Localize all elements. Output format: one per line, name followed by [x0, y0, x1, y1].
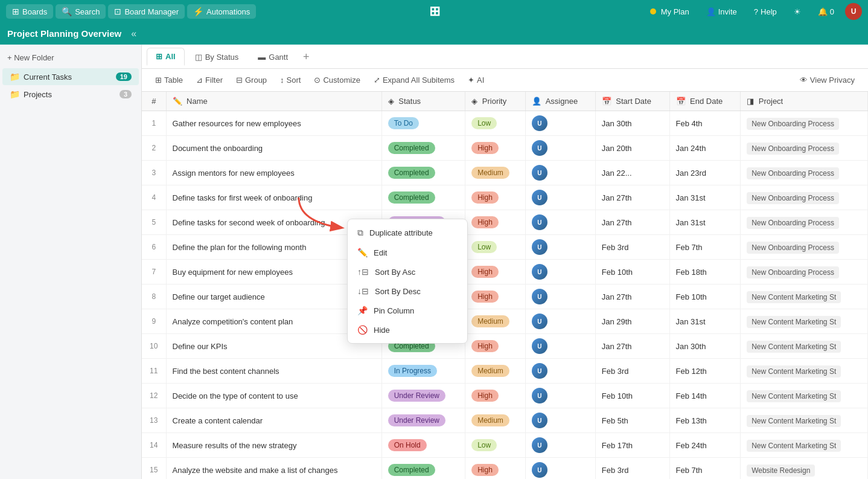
col-start-date[interactable]: 📅 Start Date	[595, 92, 669, 111]
priority-badge: Medium	[471, 315, 509, 327]
table-row[interactable]: 6 Define the plan for the following mont…	[142, 235, 868, 260]
table-row[interactable]: 2 Document the onboarding Completed High…	[142, 136, 868, 161]
cell-num: 2	[142, 136, 166, 161]
invite-label: Invite	[718, 7, 737, 16]
ai-icon: ✦	[468, 76, 474, 85]
table-row[interactable]: 1 Gather resources for new employees To …	[142, 111, 868, 136]
col-status[interactable]: ◈ Status	[381, 92, 465, 111]
project-tag: New Onboarding Process	[747, 266, 839, 278]
cell-end-date: Jan 31st	[669, 309, 741, 334]
context-sort-asc[interactable]: ↑⊟ Sort By Asc	[348, 262, 467, 281]
cell-start-date: Jan 27th	[595, 285, 669, 309]
cell-project: New Content Marketing St	[741, 309, 868, 334]
right-nav: My Plan 👤 Invite ? Help ☀ 🔔 0 U	[644, 3, 862, 20]
help-button[interactable]: ? Help	[748, 5, 783, 19]
cell-assignee: U	[525, 359, 595, 384]
boards-button[interactable]: ⊞ Boards	[6, 4, 53, 19]
table-row[interactable]: 10 Define our KPIs Completed High U Jan …	[142, 334, 868, 359]
assignee-avatar: U	[532, 115, 547, 131]
cell-project: New Onboarding Process	[741, 136, 868, 161]
board-manager-button[interactable]: ⊡ Board Manager	[108, 4, 185, 19]
group-button[interactable]: ⊟ Group	[230, 72, 273, 88]
col-priority[interactable]: ◈ Priority	[465, 92, 526, 111]
expand-all-button[interactable]: ⤢ Expand All Subitems	[368, 72, 461, 88]
project-tag: New Content Marketing St	[747, 440, 841, 452]
status-badge: Completed	[388, 191, 435, 204]
notifications-button[interactable]: 🔔 0	[812, 5, 840, 19]
table-row[interactable]: 7 Buy equipment for new employees On Hol…	[142, 260, 868, 285]
status-badge: Completed	[388, 464, 435, 476]
cell-start-date: Feb 3rd	[595, 458, 669, 480]
settings-button[interactable]: ☀	[788, 5, 807, 19]
col-project[interactable]: ◨ Project	[741, 92, 868, 111]
cell-name: Measure results of the new strategy	[166, 433, 381, 458]
user-avatar[interactable]: U	[845, 3, 862, 20]
toolbar: ⊞ Table ⊿ Filter ⊟ Group ↕ Sort ⊙ Custom…	[142, 69, 868, 92]
sidebar-item-current-tasks[interactable]: 📁 Current Tasks 19	[2, 68, 139, 85]
assignee-avatar: U	[532, 289, 547, 304]
automations-button[interactable]: ⚡ Automations	[187, 4, 256, 19]
project-tag: New Onboarding Process	[747, 192, 839, 204]
cell-end-date: Jan 24th	[669, 136, 741, 161]
table-row[interactable]: 13 Create a content calendar Under Revie…	[142, 408, 868, 433]
tab-by-status[interactable]: ◫ By Status	[186, 48, 248, 65]
cell-assignee: U	[525, 384, 595, 408]
table-row[interactable]: 5 Define tasks for second week of onboar…	[142, 210, 868, 235]
cell-start-date: Feb 3rd	[595, 235, 669, 260]
cell-project: Website Redesign	[741, 458, 868, 480]
help-icon: ?	[754, 7, 758, 16]
table-row[interactable]: 12 Decide on the type of content to use …	[142, 384, 868, 408]
view-privacy-button[interactable]: 👁 View Privacy	[794, 72, 861, 88]
collapse-button[interactable]: «	[127, 27, 140, 41]
customize-label: Customize	[323, 76, 360, 85]
cell-num: 9	[142, 309, 166, 334]
my-plan-button[interactable]: My Plan	[644, 5, 695, 19]
col-assignee[interactable]: 👤 Assignee	[525, 92, 595, 111]
name-col-icon: ✏️	[173, 97, 182, 106]
help-label: Help	[761, 7, 777, 16]
ai-button[interactable]: ✦ AI	[462, 72, 490, 88]
customize-button[interactable]: ⊙ Customize	[308, 72, 366, 88]
search-icon: 🔍	[62, 7, 72, 16]
context-edit[interactable]: ✏️ Edit	[348, 243, 467, 262]
cell-assignee: U	[525, 260, 595, 285]
context-hide[interactable]: 🚫 Hide	[348, 320, 467, 339]
table-row[interactable]: 11 Find the best content channels In Pro…	[142, 359, 868, 384]
filter-button[interactable]: ⊿ Filter	[190, 72, 229, 88]
add-view-button[interactable]: +	[298, 49, 314, 65]
cell-assignee: U	[525, 136, 595, 161]
priority-badge: High	[471, 216, 499, 228]
cell-priority: Medium	[465, 309, 526, 334]
tab-all[interactable]: ⊞ All	[147, 48, 185, 66]
table-row[interactable]: 4 Define tasks for first week of onboard…	[142, 185, 868, 210]
table-row[interactable]: 15 Analyze the website and make a list o…	[142, 458, 868, 480]
context-sort-desc[interactable]: ↓⊟ Sort By Desc	[348, 281, 467, 301]
sidebar-current-tasks-label: Current Tasks	[24, 72, 72, 82]
cell-project: New Content Marketing St	[741, 408, 868, 433]
table-row[interactable]: 14 Measure results of the new strategy O…	[142, 433, 868, 458]
project-col-icon: ◨	[747, 97, 754, 106]
tab-gantt[interactable]: ▬ Gantt	[249, 48, 297, 65]
table-row[interactable]: 9 Analyze competition's content plan Com…	[142, 309, 868, 334]
projects-badge: 3	[120, 90, 132, 98]
col-end-date[interactable]: 📅 End Date	[669, 92, 741, 111]
project-tag: New Onboarding Process	[747, 217, 839, 229]
invite-button[interactable]: 👤 Invite	[700, 5, 743, 19]
sidebar-item-projects[interactable]: 📁 Projects 3	[2, 86, 139, 103]
context-duplicate[interactable]: ⧉ Duplicate attribute	[348, 223, 467, 243]
new-folder-button[interactable]: + New Folder	[0, 50, 141, 66]
col-name[interactable]: ✏️ Name	[166, 92, 381, 111]
cell-start-date: Feb 10th	[595, 384, 669, 408]
my-plan-label: My Plan	[661, 7, 689, 16]
cell-name: Decide on the type of content to use	[166, 384, 381, 408]
status-badge: On Hold	[388, 439, 427, 451]
sort-button[interactable]: ↕ Sort	[274, 72, 307, 88]
context-pin[interactable]: 📌 Pin Column	[348, 301, 467, 320]
sort-label: Sort	[287, 76, 301, 85]
table-row[interactable]: 3 Assign mentors for new employees Compl…	[142, 161, 868, 185]
table-row[interactable]: 8 Define our target audience Completed H…	[142, 285, 868, 309]
search-button[interactable]: 🔍 Search	[56, 4, 106, 19]
table-button[interactable]: ⊞ Table	[149, 72, 189, 88]
cell-num: 1	[142, 111, 166, 136]
priority-badge: Medium	[471, 167, 509, 179]
